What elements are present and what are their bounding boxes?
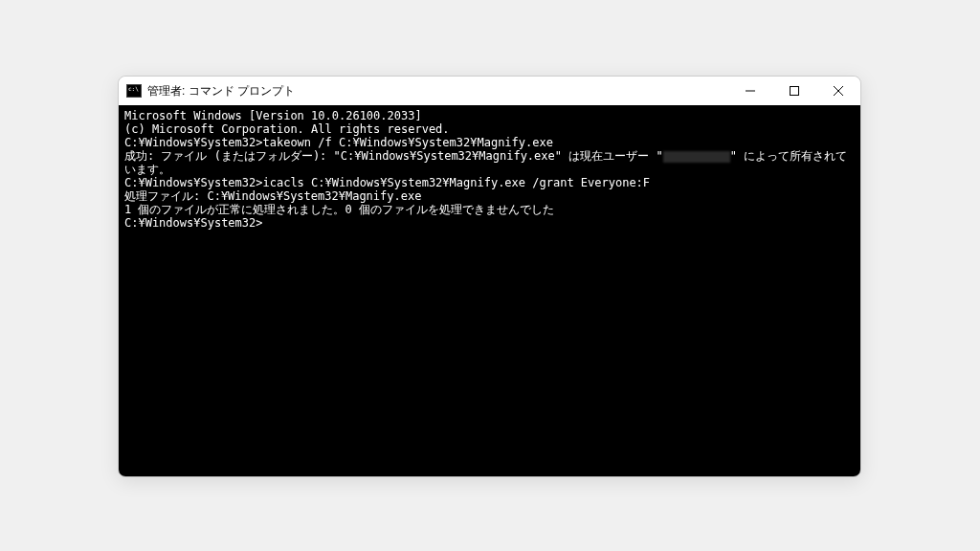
svg-rect-1 <box>791 87 799 96</box>
prompt-line: C:¥Windows¥System32> <box>124 216 855 230</box>
output-line: Microsoft Windows [Version 10.0.26100.20… <box>124 109 855 122</box>
terminal-output: Microsoft Windows [Version 10.0.26100.20… <box>124 109 855 230</box>
output-line: 成功: ファイル (またはフォルダー): "C:¥Windows¥System3… <box>124 149 855 176</box>
cmd-icon <box>126 84 142 98</box>
output-line: 処理ファイル: C:¥Windows¥System32¥Magnify.exe <box>124 189 855 203</box>
titlebar[interactable]: 管理者: コマンド プロンプト <box>119 77 860 105</box>
maximize-icon <box>790 86 799 96</box>
output-line: (c) Microsoft Corporation. All rights re… <box>124 122 855 136</box>
output-line: C:¥Windows¥System32>icacls C:¥Windows¥Sy… <box>124 176 855 189</box>
terminal-area[interactable]: Microsoft Windows [Version 10.0.26100.20… <box>119 105 860 476</box>
minimize-icon <box>746 86 755 96</box>
window-controls <box>728 77 860 105</box>
command-prompt-window: 管理者: コマンド プロンプト Microsoft Windows [Versi… <box>118 76 861 477</box>
close-icon <box>834 86 843 96</box>
maximize-button[interactable] <box>772 77 816 105</box>
window-title: 管理者: コマンド プロンプト <box>147 83 295 99</box>
close-button[interactable] <box>816 77 860 105</box>
redacted-username <box>663 151 730 163</box>
minimize-button[interactable] <box>728 77 772 105</box>
output-line: 1 個のファイルが正常に処理されました。0 個のファイルを処理できませんでした <box>124 203 855 216</box>
output-line: C:¥Windows¥System32>takeown /f C:¥Window… <box>124 136 855 149</box>
